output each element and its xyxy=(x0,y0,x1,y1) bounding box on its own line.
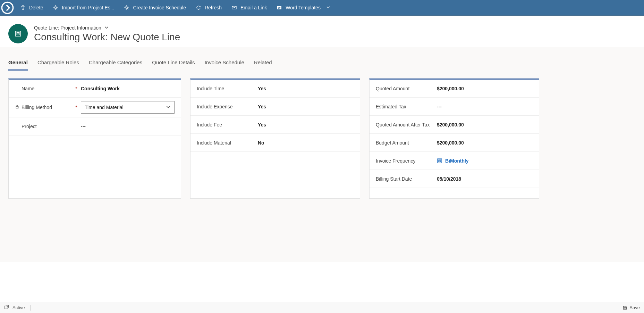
row-include-fee: Include Fee Yes xyxy=(190,116,360,134)
status-label: Active xyxy=(12,305,25,310)
row-estimated-tax: Estimated Tax --- xyxy=(370,98,539,116)
svg-point-0 xyxy=(2,2,13,13)
budget-amount-field[interactable]: $200,000.00 xyxy=(435,140,533,146)
include-expense-label: Include Expense xyxy=(197,104,233,109)
refresh-label: Refresh xyxy=(205,5,222,10)
name-label: Name xyxy=(22,86,34,91)
tab-strip: General Chargeable Roles Chargeable Cate… xyxy=(0,47,644,71)
tab-invoice-schedule[interactable]: Invoice Schedule xyxy=(205,59,244,71)
budget-amount-label: Budget Amount xyxy=(376,140,409,146)
word-icon: W xyxy=(277,5,282,10)
save-button[interactable]: Save xyxy=(622,305,640,310)
row-quoted-amount: Quoted Amount $200,000.00 xyxy=(370,80,539,98)
include-fee-field[interactable]: Yes xyxy=(256,122,354,127)
project-field[interactable]: --- xyxy=(79,124,175,129)
row-include-material: Include Material No xyxy=(190,134,360,152)
svg-rect-7 xyxy=(16,107,18,108)
billing-start-date-label: Billing Start Date xyxy=(376,176,412,182)
panel-basic: Name * Consulting Work Billing Method * … xyxy=(8,79,181,199)
refresh-icon xyxy=(196,5,201,10)
email-link-button[interactable]: Email a Link xyxy=(227,0,272,16)
entity-icon xyxy=(8,24,28,43)
record-header: Quote Line: Project Information Consulti… xyxy=(0,16,644,47)
billing-method-label: Billing Method xyxy=(22,105,52,110)
row-name: Name * Consulting Work xyxy=(9,80,181,98)
include-material-field[interactable]: No xyxy=(256,140,354,146)
delete-button[interactable]: Delete xyxy=(15,0,48,16)
quoted-after-tax-field[interactable]: $200,000.00 xyxy=(435,122,533,127)
estimated-tax-field[interactable]: --- xyxy=(435,104,533,109)
form-selector[interactable]: Quote Line: Project Information xyxy=(34,25,180,31)
command-bar: Delete Import from Project Es... Create … xyxy=(0,0,644,16)
email-link-label: Email a Link xyxy=(240,5,267,10)
quoted-amount-field[interactable]: $200,000.00 xyxy=(435,86,533,91)
row-project: Project --- xyxy=(9,117,181,135)
gear-icon xyxy=(124,5,129,10)
row-include-time: Include Time Yes xyxy=(190,80,360,98)
import-label: Import from Project Es... xyxy=(62,5,114,10)
include-time-field[interactable]: Yes xyxy=(256,86,354,91)
status-bar: Active Save xyxy=(0,302,644,313)
gear-icon xyxy=(53,5,58,10)
billing-method-select[interactable]: Time and Material xyxy=(81,101,175,114)
word-templates-label: Word Templates xyxy=(286,5,321,10)
refresh-button[interactable]: Refresh xyxy=(191,0,227,16)
create-invoice-schedule-button[interactable]: Create Invoice Schedule xyxy=(119,0,191,16)
invoice-frequency-label: Invoice Frequency xyxy=(376,158,415,164)
svg-point-2 xyxy=(126,7,128,9)
page-title: Consulting Work: New Quote Line xyxy=(34,32,180,43)
lock-icon xyxy=(15,105,19,110)
save-label: Save xyxy=(629,305,640,310)
word-templates-button[interactable]: W Word Templates xyxy=(272,0,335,16)
invoice-frequency-lookup[interactable]: BiMonthly xyxy=(437,158,533,164)
svg-point-1 xyxy=(54,7,57,9)
estimated-tax-label: Estimated Tax xyxy=(376,104,406,109)
tab-chargeable-categories[interactable]: Chargeable Categories xyxy=(89,59,142,71)
include-fee-label: Include Fee xyxy=(197,122,222,127)
chevron-down-icon xyxy=(326,5,330,10)
divider xyxy=(30,305,31,311)
form-panels: Name * Consulting Work Billing Method * … xyxy=(0,71,644,199)
billing-method-value: Time and Material xyxy=(85,105,124,110)
include-expense-field[interactable]: Yes xyxy=(256,104,354,109)
import-project-button[interactable]: Import from Project Es... xyxy=(48,0,119,16)
quoted-amount-label: Quoted Amount xyxy=(376,86,409,91)
row-include-expense: Include Expense Yes xyxy=(190,98,360,116)
tab-quote-line-details[interactable]: Quote Line Details xyxy=(152,59,195,71)
form-selector-label: Quote Line: Project Information xyxy=(34,25,101,31)
include-material-label: Include Material xyxy=(197,140,231,146)
chevron-down-icon xyxy=(104,25,109,31)
include-time-label: Include Time xyxy=(197,86,224,91)
tab-related[interactable]: Related xyxy=(254,59,272,71)
row-billing-start-date: Billing Start Date 05/10/2018 xyxy=(370,170,539,188)
project-label: Project xyxy=(22,124,37,129)
popout-icon[interactable] xyxy=(4,305,9,311)
billing-start-date-field[interactable]: 05/10/2018 xyxy=(435,176,533,182)
panel-includes: Include Time Yes Include Expense Yes Inc… xyxy=(190,79,360,199)
row-budget-amount: Budget Amount $200,000.00 xyxy=(370,134,539,152)
svg-text:W: W xyxy=(278,6,281,9)
row-invoice-frequency: Invoice Frequency BiMonthly xyxy=(370,152,539,170)
invoice-frequency-value: BiMonthly xyxy=(445,158,469,164)
quoted-after-tax-label: Quoted Amount After Tax xyxy=(376,122,430,127)
name-field[interactable]: Consulting Work xyxy=(79,86,175,91)
delete-label: Delete xyxy=(29,5,43,10)
trash-icon xyxy=(20,5,26,10)
expand-command-icon[interactable] xyxy=(0,0,15,16)
tab-chargeable-roles[interactable]: Chargeable Roles xyxy=(37,59,79,71)
tab-general[interactable]: General xyxy=(8,59,28,71)
create-invoice-schedule-label: Create Invoice Schedule xyxy=(133,5,186,10)
email-icon xyxy=(231,5,237,10)
row-billing-method: Billing Method * Time and Material xyxy=(9,98,181,117)
panel-amounts: Quoted Amount $200,000.00 Estimated Tax … xyxy=(369,79,539,199)
chevron-down-icon xyxy=(166,105,171,110)
row-quoted-after-tax: Quoted Amount After Tax $200,000.00 xyxy=(370,116,539,134)
